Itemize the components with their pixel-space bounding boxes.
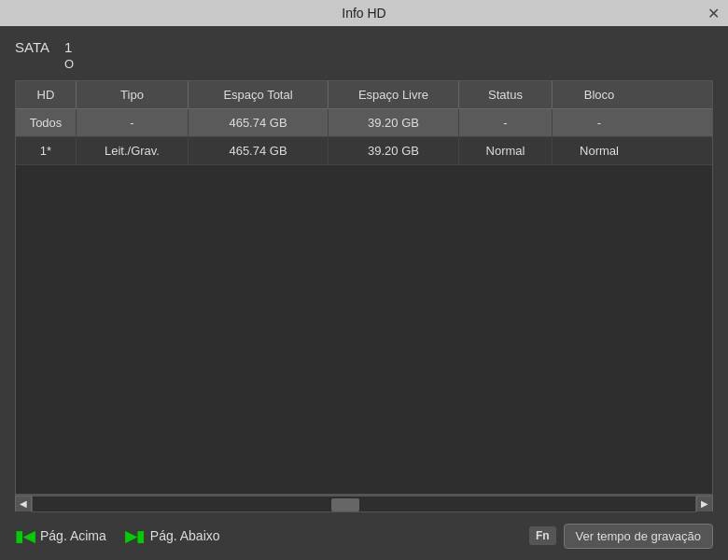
cell-tipo: - <box>77 109 189 136</box>
close-button[interactable]: ✕ <box>704 4 722 22</box>
sata-number: 1 <box>64 39 72 55</box>
scroll-left-arrow[interactable]: ◀ <box>15 496 32 512</box>
col-status: Status <box>459 81 553 108</box>
pag-acima-button[interactable]: ▮◀ Pág. Acima <box>15 527 106 545</box>
cell-status: - <box>459 109 553 136</box>
table-row[interactable]: Todos - 465.74 GB 39.20 GB - - <box>16 109 712 137</box>
pag-abaixo-icon: ▶▮ <box>125 527 145 545</box>
cell-bloco: Normal <box>553 137 646 164</box>
col-espaco-livre: Espaço Livre <box>329 81 459 108</box>
title-bar: Info HD ✕ <box>0 0 728 26</box>
table-body: Todos - 465.74 GB 39.20 GB - - 1* Leit./… <box>16 109 712 494</box>
scrollbar-track[interactable] <box>32 496 696 512</box>
fn-badge: Fn <box>529 526 556 545</box>
col-bloco: Bloco <box>553 81 646 108</box>
sata-info: SATA 1 O <box>15 39 713 71</box>
ver-tempo-button[interactable]: Ver tempo de gravação <box>564 524 713 549</box>
cell-espaco-livre: 39.20 GB <box>329 109 459 136</box>
main-content: SATA 1 O HD Tipo Espaço Total Espaço Liv… <box>0 26 728 511</box>
pag-abaixo-button[interactable]: ▶▮ Pág. Abaixo <box>125 527 220 545</box>
pag-abaixo-label: Pág. Abaixo <box>150 528 220 543</box>
footer-right: Fn Ver tempo de gravação <box>529 524 713 549</box>
scrollbar-thumb[interactable] <box>331 498 359 511</box>
window-title: Info HD <box>342 6 385 21</box>
hd-table: HD Tipo Espaço Total Espaço Livre Status… <box>15 80 713 495</box>
table-header: HD Tipo Espaço Total Espaço Livre Status… <box>16 81 712 109</box>
cell-bloco: - <box>553 109 646 136</box>
pag-acima-icon: ▮◀ <box>15 527 35 545</box>
scrollbar: ◀ ▶ <box>15 495 713 511</box>
sata-value-block: 1 O <box>64 39 74 71</box>
cell-hd: Todos <box>16 109 77 136</box>
footer: ▮◀ Pág. Acima ▶▮ Pág. Abaixo Fn Ver temp… <box>0 511 728 560</box>
cell-status: Normal <box>459 137 553 164</box>
cell-espaco-total: 465.74 GB <box>189 137 329 164</box>
table-row[interactable]: 1* Leit./Grav. 465.74 GB 39.20 GB Normal… <box>16 137 712 165</box>
footer-left: ▮◀ Pág. Acima ▶▮ Pág. Abaixo <box>15 527 220 545</box>
sata-label: SATA <box>15 39 49 55</box>
cell-espaco-livre: 39.20 GB <box>329 137 459 164</box>
sata-indicator: O <box>64 57 74 71</box>
cell-espaco-total: 465.74 GB <box>189 109 329 136</box>
col-tipo: Tipo <box>77 81 189 108</box>
col-espaco-total: Espaço Total <box>189 81 329 108</box>
cell-tipo: Leit./Grav. <box>77 137 189 164</box>
cell-hd: 1* <box>16 137 77 164</box>
pag-acima-label: Pág. Acima <box>40 528 106 543</box>
scroll-right-arrow[interactable]: ▶ <box>696 496 713 512</box>
col-hd: HD <box>16 81 77 108</box>
